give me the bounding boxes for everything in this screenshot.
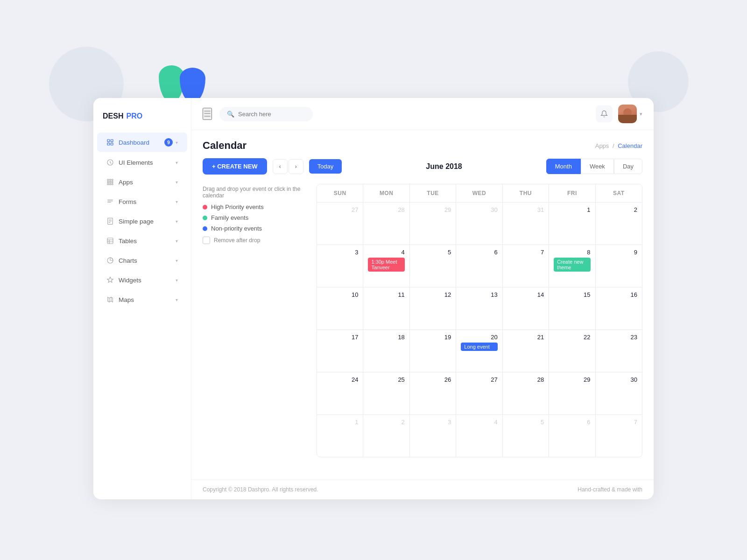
next-month-button[interactable]: › (289, 159, 303, 174)
legend-dot-blue (203, 226, 207, 231)
create-new-button[interactable]: + CREATE NEW (203, 158, 267, 175)
cal-day-5-2[interactable]: 3 (410, 415, 456, 457)
cal-day-0-6[interactable]: 2 (596, 203, 642, 245)
cal-day-4-3[interactable]: 27 (456, 372, 502, 414)
cal-day-num-0-2: 29 (415, 206, 451, 213)
widgets-icon (106, 276, 114, 284)
cal-day-4-2[interactable]: 26 (410, 372, 456, 414)
cal-day-0-4[interactable]: 31 (503, 203, 549, 245)
cal-day-0-3[interactable]: 30 (456, 203, 502, 245)
cal-day-4-1[interactable]: 25 (363, 372, 409, 414)
cal-day-5-6[interactable]: 7 (596, 415, 642, 457)
cal-day-5-1[interactable]: 2 (363, 415, 409, 457)
user-avatar-wrapper[interactable]: ▾ (618, 105, 642, 123)
cal-day-1-0[interactable]: 3 (317, 245, 363, 287)
brand-pro: PRO (126, 112, 142, 120)
cal-day-1-6[interactable]: 9 (596, 245, 642, 287)
cal-day-2-5[interactable]: 15 (549, 287, 595, 329)
cal-day-3-6[interactable]: 23 (596, 330, 642, 372)
cal-day-1-4[interactable]: 7 (503, 245, 549, 287)
cal-day-5-3[interactable]: 4 (456, 415, 502, 457)
cal-day-3-1[interactable]: 18 (363, 330, 409, 372)
cal-day-0-0[interactable]: 27 (317, 203, 363, 245)
apps-chevron: ▾ (176, 180, 178, 185)
calendar-section: + CREATE NEW ‹ › Today June 2018 Month W… (191, 158, 654, 479)
dashboard-chevron: ▾ (176, 140, 178, 145)
sidebar-item-ui-elements[interactable]: UI Elements ▾ (97, 153, 187, 172)
cal-day-2-3[interactable]: 13 (456, 287, 502, 329)
cal-day-num-1-4: 7 (507, 249, 544, 256)
sidebar-label-tables: Tables (119, 238, 137, 245)
cal-day-4-5[interactable]: 29 (549, 372, 595, 414)
forms-chevron: ▾ (176, 199, 178, 204)
cal-day-3-0[interactable]: 17 (317, 330, 363, 372)
cal-day-3-3[interactable]: 20Long event (456, 330, 502, 372)
cal-day-2-4[interactable]: 14 (503, 287, 549, 329)
logo-blue-shape (180, 68, 205, 103)
cal-day-1-2[interactable]: 5 (410, 245, 456, 287)
cal-day-3-4[interactable]: 21 (503, 330, 549, 372)
cal-day-num-4-2: 26 (415, 376, 451, 383)
view-day-button[interactable]: Day (614, 159, 642, 174)
cal-day-0-1[interactable]: 28 (363, 203, 409, 245)
cal-day-0-2[interactable]: 29 (410, 203, 456, 245)
cal-day-2-1[interactable]: 11 (363, 287, 409, 329)
view-week-button[interactable]: Week (581, 159, 614, 174)
cal-day-5-4[interactable]: 5 (503, 415, 549, 457)
today-button[interactable]: Today (309, 159, 342, 174)
cal-day-num-2-6: 16 (600, 291, 637, 298)
cal-day-2-0[interactable]: 10 (317, 287, 363, 329)
sidebar-item-maps[interactable]: Maps ▾ (97, 290, 187, 309)
breadcrumb-separator: / (613, 142, 614, 149)
cal-event-3-3-0[interactable]: Long event (461, 343, 497, 351)
cal-day-num-1-3: 6 (461, 249, 497, 256)
cal-day-num-4-3: 27 (461, 376, 497, 383)
cal-day-3-2[interactable]: 19 (410, 330, 456, 372)
legend-high-priority: High Priority events (203, 203, 305, 210)
cal-event-1-5-0[interactable]: Create new theme (554, 258, 590, 272)
sidebar-item-simple-page[interactable]: Simple page ▾ (97, 212, 187, 231)
svg-rect-0 (107, 140, 110, 142)
breadcrumb-parent[interactable]: Apps (595, 142, 609, 149)
maps-chevron: ▾ (176, 297, 178, 302)
logo-area (159, 61, 205, 103)
sidebar-item-tables[interactable]: Tables ▾ (97, 231, 187, 250)
svg-rect-10 (112, 182, 113, 183)
cal-day-5-0[interactable]: 1 (317, 415, 363, 457)
cal-day-2-2[interactable]: 12 (410, 287, 456, 329)
cal-day-4-0[interactable]: 24 (317, 372, 363, 414)
cal-week-0: 272829303112 (317, 202, 642, 245)
prev-month-button[interactable]: ‹ (273, 159, 288, 174)
cal-day-3-5[interactable]: 22 (549, 330, 595, 372)
cal-day-1-5[interactable]: 8Create new theme (549, 245, 595, 287)
view-month-button[interactable]: Month (546, 159, 581, 174)
calendar-month-label: June 2018 (347, 162, 540, 171)
cal-day-num-5-6: 7 (600, 419, 637, 426)
sidebar-item-apps[interactable]: Apps ▾ (97, 173, 187, 191)
sidebar-item-charts[interactable]: Charts ▾ (97, 251, 187, 270)
cal-day-1-1[interactable]: 41:30p Meet Tanveer (363, 245, 409, 287)
cal-day-num-5-2: 3 (415, 419, 451, 426)
sidebar-item-widgets[interactable]: Widgets ▾ (97, 271, 187, 289)
remove-checkbox[interactable] (203, 237, 210, 244)
notification-button[interactable] (596, 105, 613, 122)
cal-day-1-3[interactable]: 6 (456, 245, 502, 287)
notification-icon (600, 110, 608, 118)
cal-day-0-5[interactable]: 1 (549, 203, 595, 245)
sidebar-item-forms[interactable]: Forms ▾ (97, 192, 187, 211)
cal-day-num-1-0: 3 (322, 249, 358, 256)
svg-rect-7 (112, 179, 113, 181)
main-content: ☰ 🔍 ▾ Calenda (191, 98, 654, 499)
cal-day-4-6[interactable]: 30 (596, 372, 642, 414)
search-input[interactable] (238, 111, 303, 118)
footer-tagline: Hand-crafted & made with (578, 486, 642, 493)
cal-day-num-1-1: 4 (368, 249, 404, 256)
cal-day-2-6[interactable]: 16 (596, 287, 642, 329)
sidebar-item-dashboard[interactable]: Dashboard 9 ▾ (97, 133, 187, 152)
cal-day-4-4[interactable]: 28 (503, 372, 549, 414)
cal-day-num-2-5: 15 (554, 291, 590, 298)
cal-day-5-5[interactable]: 6 (549, 415, 595, 457)
hamburger-button[interactable]: ☰ (203, 108, 212, 120)
widgets-chevron: ▾ (176, 278, 178, 283)
cal-event-1-1-0[interactable]: 1:30p Meet Tanveer (368, 258, 404, 272)
